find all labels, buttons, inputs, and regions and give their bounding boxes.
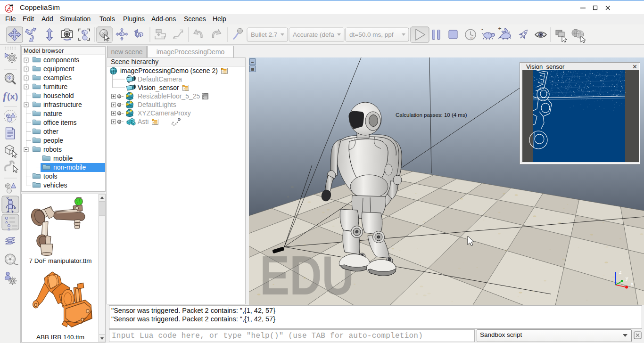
svg-text:Accurate (defa: Accurate (defa [293, 31, 334, 38]
svg-text:+: + [498, 25, 502, 32]
svg-text:-: - [481, 26, 483, 33]
svg-text:Bullet 2.7: Bullet 2.7 [251, 31, 277, 38]
svg-text:y: y [626, 275, 628, 281]
svg-text:(x): (x) [7, 91, 18, 101]
svg-text:dt=50.0 ms, ppf: dt=50.0 ms, ppf [349, 31, 394, 38]
svg-text:RT: RT [470, 36, 474, 39]
svg-text:x: x [631, 281, 634, 286]
svg-text:z: z [619, 269, 622, 275]
svg-text:EDU: EDU [260, 245, 354, 305]
